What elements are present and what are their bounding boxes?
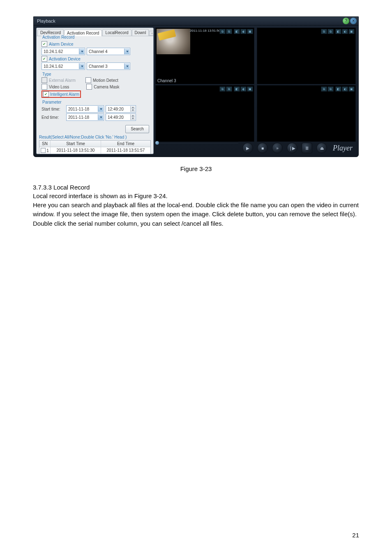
intelligent-alarm-highlight: Intelligent Alarm [42,90,81,98]
left-panel: DevRecord Activation Record LocalRecord … [36,28,154,154]
live-image [157,29,190,54]
cell-toolbar: ⧉ ⧉ ◧ ◐ ▣ [219,86,253,92]
video-cell-4[interactable]: ⧉ ⧉ ◧ ◐ ▣ [257,85,356,142]
stop-icon[interactable]: ■ [257,143,268,153]
alarm-device-label: Alarm Device [49,42,73,46]
tab-nav-arrows[interactable]: ‹ › [149,31,154,36]
motion-detect-checkbox[interactable] [85,77,91,83]
cell-tool-icon[interactable]: ⧉ [321,29,327,34]
camera-mask-label: Camera Mask [94,85,119,89]
tab-nav-left-icon[interactable]: ‹ [149,31,154,36]
cell-tool-icon[interactable]: ⧉ [321,86,327,92]
figure-caption: Figure 3-23 [33,165,359,172]
cell-tool-icon[interactable]: ▣ [348,86,355,92]
cell-tool-icon[interactable]: ⧉ [327,29,334,34]
step-icon[interactable]: ❘▶ [287,143,297,153]
eject-icon[interactable]: ⏏ [316,143,327,153]
cell-tool-icon[interactable]: ◐ [342,86,348,92]
end-date-picker[interactable]: 2011-11-18 [66,113,104,121]
cell-tool-icon[interactable]: ▣ [247,86,253,92]
start-time-spinner[interactable]: 12:49:20▲▼ [106,105,136,113]
end-time-spinner[interactable]: 14:49:20▲▼ [106,113,136,121]
type-group-label: Type [42,72,52,76]
cell-tool-icon[interactable]: ◧ [234,29,240,34]
cell-tool-icon[interactable]: ◧ [335,29,341,34]
cell-tool-icon[interactable]: ◧ [234,86,240,92]
cell-tool-icon[interactable]: ⧉ [226,29,232,34]
row-checkbox[interactable] [41,148,46,153]
type-group: Type External Alarm Motion Detect Video … [39,75,151,101]
video-cell-2[interactable]: ⧉ ⧉ ◧ ◐ ▣ [257,28,356,84]
activation-ip-select[interactable]: 10.24.1.62 [42,62,85,70]
window-title: Playback [37,18,55,23]
cell-toolbar: ⧉ ⧉ ◧ ◐ ▣ [219,29,253,34]
video-area: X 1 2011-11-18 13:51:50 ⧉ ⧉ ◧ ◐ ▣ Channe… [155,28,356,142]
cell-tool-icon[interactable]: ▣ [348,29,355,34]
play-icon[interactable]: ▶ [242,143,253,153]
channel-label: Channel 3 [157,79,176,83]
start-date-picker[interactable]: 2011-11-18 [66,105,104,113]
page-number: 21 [352,532,359,539]
parameter-group: Parameter Start time: 2011-11-18 12:49:2… [39,103,151,124]
motion-detect-label: Motion Detect [93,78,118,83]
video-cell-3[interactable]: ⧉ ⧉ ◧ ◐ ▣ [155,85,254,142]
body-paragraph-2: Here you can search and playback all fil… [33,201,359,228]
player-controls: ▶ ■ » ❘▶ ≣ ⏏ Player [155,142,353,154]
activation-channel-select[interactable]: Channel 3 [87,62,130,70]
tab-localrecord[interactable]: LocalRecord [102,29,131,36]
cell-tool-icon[interactable]: ▣ [247,29,253,34]
alarm-ip-select[interactable]: 10.24.1.62 [42,48,85,55]
end-time-label: End time: [42,115,65,120]
minimize-icon[interactable]: ? [343,18,349,24]
close-icon[interactable]: × [350,18,357,24]
fast-forward-icon[interactable]: » [272,143,283,153]
window-titlebar: Playback ? × [34,17,358,25]
cell-tool-icon[interactable]: ⧉ [219,29,226,34]
parameter-group-label: Parameter [42,100,62,104]
video-loss-checkbox[interactable] [42,84,47,90]
activation-device-label: Activation Device [49,57,81,61]
cell-tool-icon[interactable]: ◐ [342,29,348,34]
alarm-channel-select[interactable]: Channel 4 [87,48,130,55]
cell-tool-icon[interactable]: ◧ [335,86,341,92]
table-row[interactable]: 1 2011-11-18 13:51:30 2011-11-18 13:51:5… [39,147,150,154]
video-timestamp: 2011-11-18 13:51:50 [190,29,220,32]
col-sn-header[interactable]: SN [39,141,51,147]
cell-tool-icon[interactable]: ⧉ [226,86,232,92]
intelligent-alarm-checkbox[interactable] [43,91,49,97]
section-heading: 3.7.3.3 Local Record [33,184,359,191]
cell-toolbar: ⧉ ⧉ ◧ ◐ ▣ [321,86,355,92]
video-loss-label: Video Loss [49,85,69,89]
list-icon[interactable]: ≣ [302,143,312,153]
intelligent-alarm-label: Intelligent Alarm [50,92,79,97]
progress-thumb[interactable] [155,141,159,145]
tab-download[interactable]: Downl [132,29,149,36]
cell-toolbar: ⧉ ⧉ ◧ ◐ ▣ [321,29,355,34]
activation-record-label: Activation Record [42,35,75,39]
table-row[interactable]: 2 2011-11-18 13:51:57 2011-11-18 13:52:1… [39,154,150,154]
video-cell-1[interactable]: X 1 2011-11-18 13:51:50 ⧉ ⧉ ◧ ◐ ▣ Channe… [155,28,254,84]
camera-mask-checkbox[interactable] [86,84,92,90]
cell-tool-icon[interactable]: ◐ [240,86,247,92]
results-table: SN Start Time End Time 1 2011-11-18 13:5… [39,140,151,154]
result-hint-label: Result(Select All/None:Double Click 'No.… [37,135,153,140]
cell-tool-icon[interactable]: ⧉ [327,86,334,92]
search-button[interactable]: Search [125,125,149,133]
cell-tool-icon[interactable]: ⧉ [219,86,226,92]
alarm-device-checkbox[interactable] [42,41,47,47]
col-start-header[interactable]: Start Time [51,141,101,147]
start-time-label: Start time: [42,107,65,111]
cell-tool-icon[interactable]: ◐ [240,29,247,34]
external-alarm-label: External Alarm [49,78,76,83]
activation-record-group: Activation Record Alarm Device 10.24.1.6… [39,38,151,73]
playback-window: Playback ? × DevRecord Activation Record… [33,16,359,157]
results-header[interactable]: SN Start Time End Time [39,141,150,147]
col-end-header[interactable]: End Time [101,141,150,147]
body-paragraph-1: Local record interface is shown as in Fi… [33,192,359,201]
activation-device-checkbox[interactable] [42,56,47,62]
player-logo: Player [333,144,353,153]
external-alarm-checkbox [42,77,47,83]
